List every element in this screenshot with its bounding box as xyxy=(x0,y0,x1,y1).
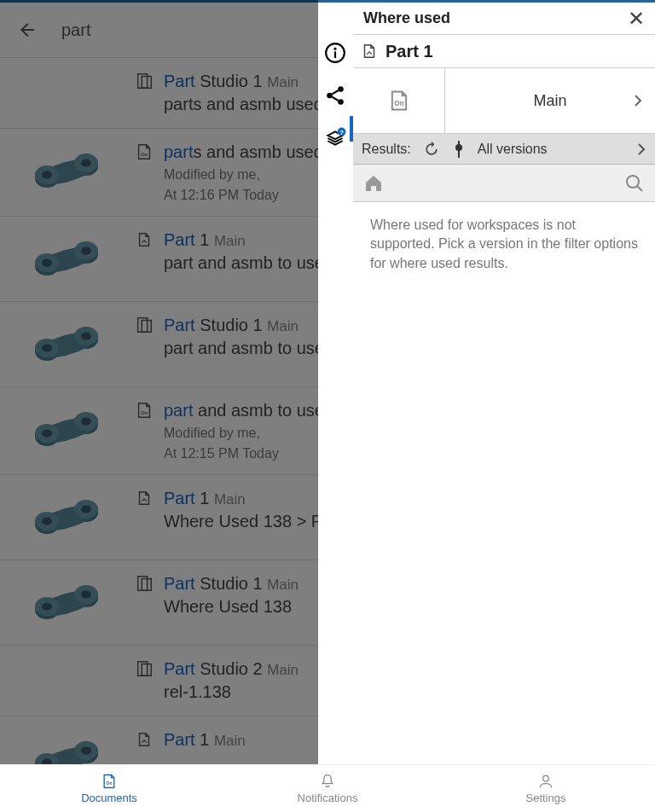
svg-text:On: On xyxy=(394,100,403,107)
workspace-icon-cell: On xyxy=(353,68,445,133)
svg-text:?: ? xyxy=(339,129,344,136)
bottom-nav: On Documents Notifications Settings xyxy=(0,764,655,812)
versions-label: All versions xyxy=(478,142,548,157)
results-label: Results: xyxy=(362,142,411,157)
part-title-row: Part 1 xyxy=(353,35,655,67)
panel-title: Where used xyxy=(363,9,450,27)
svg-point-63 xyxy=(627,176,639,188)
where-used-panel: ? Where used ✕ Part 1 On Main Results: A… xyxy=(318,0,655,764)
onshape-doc-icon: On xyxy=(387,89,411,113)
bell-icon xyxy=(319,773,336,790)
close-icon[interactable]: ✕ xyxy=(628,7,645,31)
share-icon[interactable] xyxy=(324,84,346,107)
person-icon xyxy=(537,773,554,790)
panel-search-bar xyxy=(353,165,655,202)
info-icon[interactable] xyxy=(324,42,346,64)
nav-documents[interactable]: On Documents xyxy=(0,765,218,812)
documents-icon: On xyxy=(101,773,118,790)
svg-rect-62 xyxy=(458,141,460,158)
part-icon xyxy=(360,42,379,61)
svg-text:On: On xyxy=(107,780,113,786)
panel-rail: ? xyxy=(318,3,352,764)
workspace-selector[interactable]: On Main xyxy=(353,67,655,134)
svg-rect-54 xyxy=(334,51,336,58)
rail-active-indicator xyxy=(350,116,353,142)
home-icon[interactable] xyxy=(363,173,384,194)
refresh-icon[interactable] xyxy=(423,141,440,158)
part-name: Part 1 xyxy=(385,42,433,61)
where-used-icon[interactable]: ? xyxy=(324,127,346,149)
chevron-right-icon[interactable] xyxy=(636,142,646,157)
nav-notifications[interactable]: Notifications xyxy=(218,765,437,812)
svg-point-65 xyxy=(543,775,549,781)
version-pin-icon xyxy=(452,141,466,158)
panel-body: Where used ✕ Part 1 On Main Results: All… xyxy=(352,3,655,764)
svg-point-56 xyxy=(327,93,333,99)
chevron-right-icon xyxy=(633,93,643,108)
svg-point-55 xyxy=(338,86,344,92)
workspace-label: Main xyxy=(445,68,655,133)
info-message: Where used for workspaces is not support… xyxy=(353,202,655,287)
search-icon[interactable] xyxy=(624,173,645,194)
svg-point-53 xyxy=(333,48,336,50)
results-filter-bar[interactable]: Results: All versions xyxy=(353,134,655,165)
panel-header: Where used ✕ xyxy=(353,3,655,35)
svg-point-57 xyxy=(338,99,344,105)
nav-settings[interactable]: Settings xyxy=(437,765,655,812)
